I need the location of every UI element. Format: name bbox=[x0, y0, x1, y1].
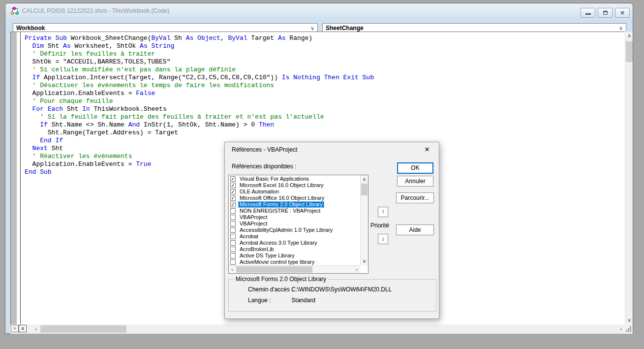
reference-item[interactable]: ✓Microsoft Excel 16.0 Object Library bbox=[229, 182, 360, 189]
restore-icon bbox=[603, 11, 608, 15]
code-line: ShtOk = "ACCEUIL,BARRES,TOLES,TUBES" bbox=[25, 58, 374, 66]
minimize-button[interactable] bbox=[581, 8, 595, 18]
checked-checkbox-icon[interactable]: ✓ bbox=[230, 189, 236, 194]
unchecked-checkbox-icon[interactable] bbox=[230, 208, 236, 214]
scroll-right-icon[interactable]: › bbox=[618, 326, 624, 332]
reference-label: NON ENREGISTRÉ : VBAProject bbox=[238, 208, 322, 214]
dialog-title: Références - VBAProject bbox=[232, 146, 297, 153]
list-horizontal-scrollbar[interactable]: ‹ › bbox=[229, 265, 360, 273]
reference-item[interactable]: VBAProject bbox=[229, 221, 360, 227]
reference-label: VBAProject bbox=[238, 214, 269, 221]
list-horizontal-thumb[interactable] bbox=[236, 266, 312, 273]
reference-label: Acrobat Access 3.0 Type Library bbox=[238, 240, 319, 246]
help-button[interactable]: Aide bbox=[396, 224, 434, 235]
reference-item[interactable]: Acrobat bbox=[229, 233, 360, 240]
reference-item[interactable]: AccessibilityCplAdmin 1.0 Type Library bbox=[229, 227, 360, 233]
code-line: ' Désactiver les évènements le temps de … bbox=[25, 82, 374, 90]
horizontal-scroll-thumb[interactable] bbox=[40, 325, 126, 333]
checked-checkbox-icon[interactable]: ✓ bbox=[230, 176, 236, 182]
path-label: Chemin d'accès : bbox=[248, 286, 290, 293]
checked-checkbox-icon[interactable]: ✓ bbox=[230, 202, 236, 207]
scroll-up-icon[interactable]: ∧ bbox=[625, 32, 633, 39]
references-listbox[interactable]: ✓Visual Basic For Applications✓Microsoft… bbox=[228, 175, 368, 274]
scroll-down-icon[interactable]: ∨ bbox=[625, 317, 633, 323]
path-value: C:\WINDOWS\SysWOW64\FM20.DLL bbox=[291, 286, 392, 293]
reference-item[interactable]: NON ENREGISTRÉ : VBAProject bbox=[229, 208, 360, 214]
priority-down-button[interactable]: ↓ bbox=[378, 234, 388, 244]
cancel-button[interactable]: Annuler bbox=[397, 176, 433, 187]
reference-details-group: Microsoft Forms 2.0 Object Library Chemi… bbox=[228, 279, 436, 312]
unchecked-checkbox-icon[interactable] bbox=[230, 259, 236, 265]
help-button-label: Aide bbox=[409, 226, 421, 233]
arrow-down-icon: ↓ bbox=[382, 235, 385, 242]
scroll-up-icon[interactable]: ∧ bbox=[361, 176, 368, 183]
reference-label: Acrobat bbox=[238, 233, 260, 240]
code-line: ' Définir les feuilles à traiter bbox=[25, 50, 374, 58]
checked-checkbox-icon[interactable]: ✓ bbox=[230, 195, 236, 201]
browse-button-label: Parcourir... bbox=[400, 194, 429, 201]
scroll-left-icon[interactable]: ‹ bbox=[230, 266, 235, 272]
reference-item[interactable]: ✓Microsoft Office 16.0 Object Library bbox=[229, 195, 360, 201]
procedure-view-button[interactable]: ≡ bbox=[11, 325, 19, 332]
horizontal-scrollbar[interactable]: ‹ › bbox=[32, 324, 625, 334]
reference-item[interactable]: ✓OLE Automation bbox=[229, 189, 360, 195]
reference-item[interactable]: ActiveMovie control type library bbox=[229, 259, 360, 265]
procedure-dropdown-value: SheetChange bbox=[326, 25, 364, 32]
browse-button[interactable]: Parcourir... bbox=[396, 192, 434, 203]
reference-label: VBAProject bbox=[238, 221, 269, 227]
priority-up-button[interactable]: ↑ bbox=[378, 207, 388, 217]
reference-item[interactable]: Acrobat Access 3.0 Type Library bbox=[229, 240, 360, 246]
vertical-scroll-thumb[interactable] bbox=[626, 41, 633, 62]
list-vertical-thumb[interactable] bbox=[361, 184, 368, 195]
vertical-scrollbar[interactable]: ∧ ∨ bbox=[625, 32, 633, 324]
arrow-up-icon: ↑ bbox=[382, 208, 385, 215]
reference-item[interactable]: ✓Visual Basic For Applications bbox=[229, 176, 360, 182]
unchecked-checkbox-icon[interactable] bbox=[230, 247, 236, 252]
ok-button[interactable]: OK bbox=[397, 162, 433, 174]
titlebar[interactable]: CALCUL POIDS 12122022.xlsm - ThisWorkboo… bbox=[5, 3, 633, 18]
unchecked-checkbox-icon[interactable] bbox=[230, 215, 236, 220]
restore-button[interactable] bbox=[598, 8, 613, 18]
language-label: Langue : bbox=[248, 297, 290, 304]
unchecked-checkbox-icon[interactable] bbox=[230, 234, 236, 239]
reference-label: Active DS Type Library bbox=[238, 253, 296, 259]
reference-label: OLE Automation bbox=[238, 189, 280, 195]
code-line: For Each Sht In ThisWorkbook.Sheets bbox=[25, 105, 374, 113]
code-line: Private Sub Workbook_SheetChange(ByVal S… bbox=[25, 34, 374, 42]
reference-label: Visual Basic For Applications bbox=[238, 176, 310, 182]
reference-item[interactable]: VBAProject bbox=[229, 214, 360, 221]
code-line: Dim Sht As Worksheet, ShtOk As String bbox=[25, 42, 374, 50]
reference-item[interactable]: Active DS Type Library bbox=[229, 253, 360, 259]
code-line: Sht.Range(Target.Address) = Target bbox=[25, 129, 374, 137]
reference-label: Microsoft Forms 2.0 Object Library bbox=[238, 201, 324, 208]
reference-item[interactable]: ✓Microsoft Forms 2.0 Object Library bbox=[229, 201, 360, 208]
reference-label: AcroBrokerLib bbox=[238, 246, 276, 253]
full-module-view-button[interactable]: ≣ bbox=[19, 325, 27, 332]
minimize-icon bbox=[585, 13, 591, 15]
close-icon: ✕ bbox=[425, 146, 430, 153]
code-line: ' Si cellule modifiée n'est pas dans la … bbox=[25, 66, 374, 74]
language-value: Standard bbox=[291, 297, 315, 304]
scroll-down-icon[interactable]: ∨ bbox=[361, 258, 368, 264]
reference-label: Microsoft Office 16.0 Object Library bbox=[238, 195, 326, 201]
reference-label: Microsoft Excel 16.0 Object Library bbox=[238, 182, 325, 189]
unchecked-checkbox-icon[interactable] bbox=[230, 221, 236, 226]
resize-grip[interactable] bbox=[626, 326, 632, 332]
reference-item[interactable]: AcroBrokerLib bbox=[229, 246, 360, 253]
language-row: Langue : Standard bbox=[248, 297, 315, 304]
unchecked-checkbox-icon[interactable] bbox=[230, 253, 236, 258]
code-line: Application.EnableEvents = False bbox=[25, 90, 374, 97]
close-button[interactable]: ✕ bbox=[615, 8, 630, 18]
unchecked-checkbox-icon[interactable] bbox=[230, 240, 236, 246]
references-dialog: Références - VBAProject ✕ Références dis… bbox=[224, 142, 439, 319]
unchecked-checkbox-icon[interactable] bbox=[230, 227, 236, 233]
references-list: ✓Visual Basic For Applications✓Microsoft… bbox=[229, 176, 360, 265]
path-row: Chemin d'accès : C:\WINDOWS\SysWOW64\FM2… bbox=[248, 286, 392, 293]
list-vertical-scrollbar[interactable]: ∧ ∨ bbox=[360, 175, 368, 265]
object-dropdown-value: Workbook bbox=[16, 25, 45, 32]
dialog-close-button[interactable]: ✕ bbox=[423, 145, 431, 154]
code-window-icon bbox=[11, 7, 19, 15]
checked-checkbox-icon[interactable]: ✓ bbox=[230, 183, 236, 188]
scroll-left-icon[interactable]: ‹ bbox=[33, 326, 39, 332]
scroll-right-icon[interactable]: › bbox=[354, 266, 359, 272]
